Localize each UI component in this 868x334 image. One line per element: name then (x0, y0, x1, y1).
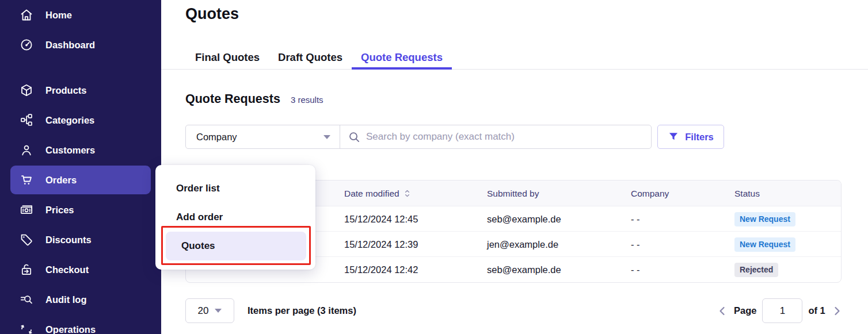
page-title: Quotes (185, 5, 239, 23)
products-icon (20, 83, 33, 97)
sidebar-item-operations[interactable]: Operations (0, 314, 161, 334)
page-label: Page (734, 305, 756, 316)
sidebar-item-products[interactable]: Products (0, 75, 161, 105)
tab-quote-requests[interactable]: Quote Requests (352, 49, 452, 70)
search-input[interactable] (366, 131, 643, 143)
sidebar-item-checkout[interactable]: Checkout (0, 255, 161, 285)
search-icon (348, 131, 360, 143)
cell-company: - - (631, 206, 640, 232)
orders-icon (20, 173, 33, 187)
results-count: 3 results (291, 95, 323, 105)
previous-page-icon[interactable] (717, 305, 728, 317)
column-header-company: Company (631, 181, 669, 206)
sidebar-item-label: Home (45, 10, 72, 21)
column-header-status: Status (734, 181, 760, 206)
items-per-page-label: Items per page (3 items) (248, 298, 356, 323)
sidebar-item-discounts[interactable]: Discounts (0, 225, 161, 255)
items-per-page-value: 20 (198, 305, 209, 317)
sidebar-item-categories[interactable]: Categories (0, 105, 161, 135)
filter-funnel-icon (668, 131, 679, 143)
prices-icon (20, 203, 33, 217)
section-title: Quote Requests (185, 92, 280, 106)
sidebar-item-label: Audit log (45, 294, 86, 305)
customers-icon (20, 143, 33, 157)
status-badge: New Request (734, 212, 795, 226)
section-header: Quote Requests 3 results (185, 92, 323, 106)
sidebar-item-label: Checkout (45, 264, 89, 275)
filters-button-label: Filters (685, 132, 714, 143)
page-number-input[interactable] (762, 298, 802, 323)
sidebar-item-label: Customers (45, 145, 95, 156)
tab-bar: Final Quotes Draft Quotes Quote Requests (161, 49, 868, 70)
items-per-page-select[interactable]: 20 (185, 298, 234, 323)
dashboard-icon (20, 38, 33, 52)
cell-status: New Request (734, 206, 795, 232)
column-header-date-modified[interactable]: Date modified (344, 181, 411, 206)
cell-status: New Request (734, 232, 795, 257)
sidebar-item-label: Operations (45, 324, 96, 334)
cell-status: Rejected (734, 257, 778, 282)
search-type-value: Company (196, 132, 237, 143)
sidebar: Home Dashboard Products Categories Custo… (0, 0, 161, 334)
cell-date-modified: 15/12/2024 12:39 (344, 232, 418, 257)
cell-submitted-by: seb@example.de (487, 257, 561, 282)
chevron-down-icon (215, 309, 222, 313)
orders-flyout-menu: Order list Add order Quotes (155, 165, 315, 270)
cell-submitted-by: seb@example.de (487, 206, 561, 232)
sort-icon[interactable] (403, 189, 411, 198)
checkout-icon (20, 263, 33, 277)
sidebar-item-dashboard[interactable]: Dashboard (0, 30, 161, 60)
filters-button[interactable]: Filters (657, 125, 724, 149)
status-badge: New Request (734, 237, 795, 252)
sidebar-item-label: Prices (45, 205, 74, 216)
status-badge: Rejected (734, 263, 778, 277)
search-type-select[interactable]: Company (186, 125, 340, 148)
pager: Page of 1 (717, 298, 843, 323)
operations-icon (20, 323, 33, 334)
cell-submitted-by: jen@example.de (487, 232, 558, 257)
cell-date-modified: 15/12/2024 12:45 (344, 206, 418, 232)
menu-item-add-order[interactable]: Add order (176, 212, 223, 223)
sidebar-item-audit-log[interactable]: Audit log (0, 285, 161, 314)
home-icon (20, 8, 33, 22)
sidebar-item-label: Dashboard (45, 40, 95, 51)
search-filter-group: Company (185, 125, 652, 149)
tab-draft-quotes[interactable]: Draft Quotes (269, 49, 352, 70)
sidebar-item-home[interactable]: Home (0, 0, 161, 30)
sidebar-item-customers[interactable]: Customers (0, 135, 161, 165)
search-field-wrap (340, 125, 651, 148)
sidebar-item-label: Products (45, 85, 87, 96)
audit-log-icon (20, 293, 33, 306)
cell-date-modified: 15/12/2024 12:42 (344, 257, 418, 282)
page-of-label: of 1 (808, 305, 825, 316)
sidebar-item-label: Discounts (45, 235, 92, 245)
sidebar-item-prices[interactable]: Prices (0, 195, 161, 225)
next-page-icon[interactable] (831, 305, 843, 317)
menu-item-order-list[interactable]: Order list (176, 183, 220, 194)
menu-item-quotes[interactable]: Quotes (166, 232, 306, 260)
sidebar-item-label: Orders (45, 175, 77, 186)
sidebar-item-orders[interactable]: Orders (10, 166, 151, 194)
sidebar-item-label: Categories (45, 115, 94, 126)
cell-company: - - (631, 232, 640, 257)
categories-icon (20, 113, 33, 127)
cell-company: - - (631, 257, 640, 282)
chevron-down-icon (323, 135, 330, 139)
column-header-submitted-by: Submitted by (487, 181, 539, 206)
tab-final-quotes[interactable]: Final Quotes (186, 49, 269, 70)
discounts-icon (20, 233, 33, 247)
